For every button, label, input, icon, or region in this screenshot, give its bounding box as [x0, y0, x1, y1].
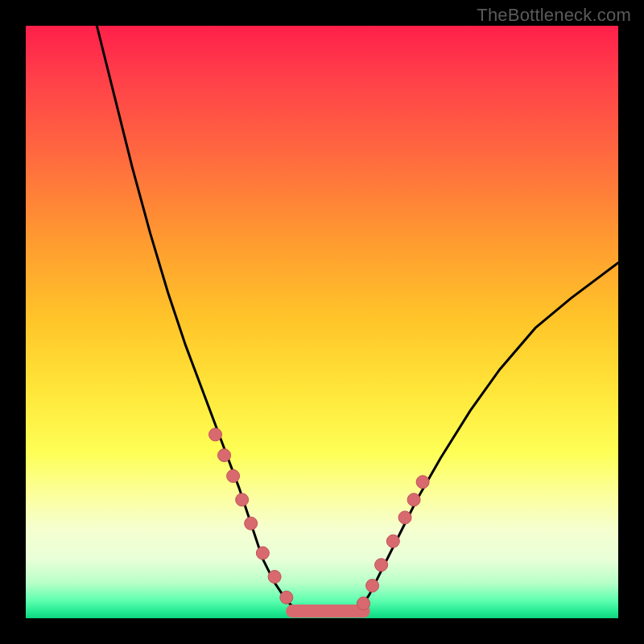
data-dot-right: [398, 511, 411, 524]
data-dot-right: [407, 493, 420, 506]
data-dot-left: [236, 493, 249, 506]
attribution-text: TheBottleneck.com: [477, 5, 631, 26]
chart-frame: TheBottleneck.com: [0, 0, 644, 644]
data-dot-right: [416, 476, 429, 489]
data-dot-left: [256, 547, 269, 559]
data-dot-left: [227, 469, 240, 482]
data-dot-left: [280, 591, 293, 604]
data-dot-left: [245, 517, 258, 530]
data-dot-right: [386, 535, 399, 547]
data-dot-left: [218, 449, 231, 462]
data-dot-right: [366, 580, 379, 592]
data-dot-left: [209, 428, 222, 441]
data-dot-left: [268, 570, 281, 583]
curve-svg: [26, 26, 618, 618]
bottleneck-curve: [97, 26, 618, 616]
data-dot-right: [375, 559, 388, 572]
data-dot-right: [357, 597, 370, 610]
plot-area: [26, 26, 618, 618]
